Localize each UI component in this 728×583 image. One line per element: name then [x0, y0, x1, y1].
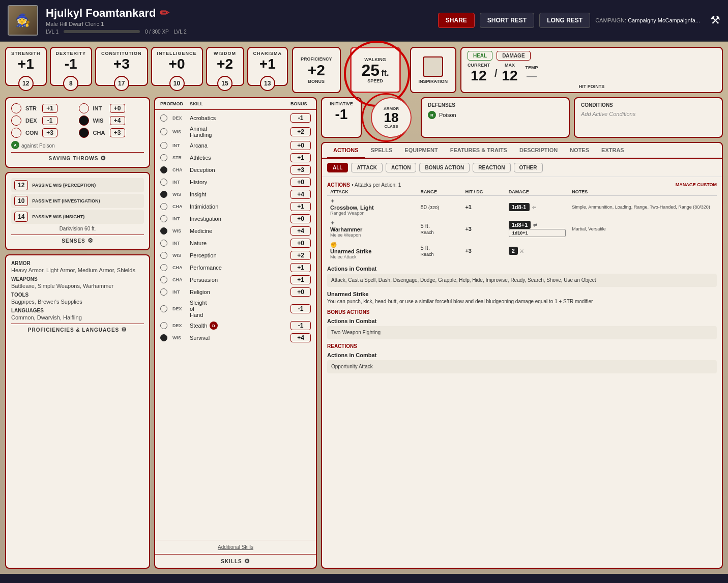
filter-reaction[interactable]: REACTION [473, 163, 510, 172]
armor-class-box: ARMOR 18 CLASS [371, 97, 412, 138]
skill-history-name: History [190, 179, 208, 185]
hp-slash: / [492, 68, 500, 79]
skill-sleight-of-hand[interactable]: DEX Sleight of Hand -1 [155, 298, 316, 319]
save-cha-abbr: CHA [93, 130, 106, 136]
ability-constitution[interactable]: CONSTITUTION +3 17 [95, 47, 148, 86]
reactions-combat-label: Actions in Combat [327, 352, 717, 358]
filter-action[interactable]: ACTION [386, 163, 416, 172]
warhammer-name-cell: ✦ Warhammer Melee Weapon [327, 218, 418, 240]
skill-nature-bonus: +0 [290, 239, 311, 248]
skill-performance-stat: CHA [172, 265, 188, 270]
ability-intelligence[interactable]: INTELLIGENCE +0 10 [151, 47, 203, 86]
filter-all[interactable]: ALL [327, 163, 348, 172]
conditions-box[interactable]: CONDITIONS Add Active Conditions [574, 97, 723, 138]
tab-notes[interactable]: NOTES [564, 143, 595, 159]
skill-nature[interactable]: INT Nature +0 [155, 237, 316, 249]
stats-row: STRENGTH +1 12 DEXTERITY -1 8 CONSTITUTI… [5, 47, 723, 93]
bonus-combat-text: Two-Weapon Fighting [327, 326, 717, 339]
hp-title: HIT POINTS [468, 84, 716, 89]
skill-acrobatics[interactable]: DEX Acrobatics -1 [155, 112, 316, 124]
skill-performance[interactable]: CHA Performance +1 [155, 261, 316, 274]
ability-wisdom[interactable]: WISDOM +2 15 [206, 47, 244, 86]
skill-intimidation-name: Intimidation [190, 203, 208, 210]
damage-button[interactable]: DAMAGE [497, 51, 530, 61]
skill-animal-handling-stat: WIS [172, 129, 188, 134]
skill-perception-name: Perception [190, 252, 208, 258]
skill-persuasion[interactable]: CHA Persuasion +1 [155, 274, 316, 286]
skill-athletics-name: Athletics [190, 155, 208, 161]
tab-actions[interactable]: ACTIONS [327, 143, 365, 159]
skill-athletics[interactable]: STR Athletics +1 [155, 152, 316, 164]
filter-other[interactable]: OTHER [514, 163, 543, 172]
skill-athletics-dot [160, 154, 167, 161]
skill-insight[interactable]: WIS Insight +4 [155, 188, 316, 200]
saving-throws-gear-icon[interactable]: ⚙ [100, 155, 106, 162]
tab-description[interactable]: DESCRIPTION [513, 143, 564, 159]
passives-list: 12 PASSIVE WIS (PERCEPTION) 10 PASSIVE I… [11, 178, 144, 224]
anvil-icon[interactable]: ⚒ [710, 14, 720, 27]
skill-arcana-dot [160, 142, 167, 149]
save-dex: DEX -1 [11, 115, 77, 126]
unarmed-icon: ✊ [330, 242, 337, 248]
speed-unit: ft. [381, 69, 389, 77]
skill-arcana[interactable]: INT Arcana +0 [155, 139, 316, 152]
share-button[interactable]: SHARE [438, 13, 475, 28]
skill-perception[interactable]: WIS Perception +2 [155, 249, 316, 261]
tab-extras[interactable]: EXTRAS [595, 143, 630, 159]
saving-throws-title: SAVING THROWS ⚙ [11, 152, 144, 162]
short-rest-button[interactable]: SHORT REST [480, 13, 534, 28]
skill-performance-dot [160, 264, 167, 271]
skills-list: DEX Acrobatics -1 WIS Animal Handling +2… [155, 110, 316, 540]
skill-performance-name: Performance [190, 265, 208, 271]
heal-button[interactable]: HEAL [468, 51, 492, 61]
skill-survival[interactable]: WIS Survival +4 [155, 332, 316, 344]
ability-strength[interactable]: STRENGTH +1 12 [5, 47, 47, 86]
skill-animal-handling-name: Animal Handling [190, 126, 208, 138]
add-condition-placeholder[interactable]: Add Active Conditions [581, 111, 716, 117]
unarmed-damage-icon: ⚔ [519, 248, 524, 254]
tab-equipment[interactable]: EQUIPMENT [398, 143, 444, 159]
save-int-val: +0 [110, 104, 125, 113]
attack-warhammer[interactable]: ✦ Warhammer Melee Weapon 5 ft.Reach +3 1… [327, 218, 717, 240]
attack-crossbow[interactable]: ✦ Crossbow, Light Ranged Weapon 80 (320)… [327, 196, 717, 218]
skills-gear-icon[interactable]: ⚙ [244, 558, 250, 565]
tab-features-traits[interactable]: FEATURES & TRAITS [444, 143, 513, 159]
tab-spells[interactable]: SPELLS [365, 143, 399, 159]
inspiration-label: INSPIRATION [419, 79, 448, 84]
senses-gear-icon[interactable]: ⚙ [88, 237, 94, 244]
crossbow-notes: Simple, Ammunition, Loading, Range, Two-… [569, 196, 717, 218]
skill-animal-handling[interactable]: WIS Animal Handling +2 [155, 124, 316, 139]
skill-medicine[interactable]: WIS Medicine +4 [155, 225, 316, 237]
skill-stealth[interactable]: DEX Stealth D -1 [155, 319, 316, 332]
skill-intimidation[interactable]: CHA Intimidation +1 [155, 200, 316, 213]
save-str-abbr: STR [25, 105, 38, 111]
manage-custom-btn[interactable]: MANAGE CUSTOM [676, 182, 717, 187]
ability-dexterity[interactable]: DEXTERITY -1 8 [50, 47, 93, 86]
proficiencies-gear-icon[interactable]: ⚙ [121, 326, 127, 333]
armor-class-container: ARMOR 18 CLASS [366, 97, 417, 138]
attack-unarmed[interactable]: ✊ Unarmed Strike Melee Attack 5 ft.Reach… [327, 240, 717, 261]
ability-charisma[interactable]: CHARISMA +1 13 [247, 47, 288, 86]
warhammer-range: 5 ft.Reach [418, 218, 462, 240]
filter-bonus-action[interactable]: BONUS ACTION [419, 163, 470, 172]
avatar[interactable]: 🧙 [8, 5, 38, 36]
skill-religion[interactable]: INT Religion +0 [155, 286, 316, 298]
passive-investigation-val: 10 [14, 196, 28, 206]
skill-deception[interactable]: CHA Deception +3 [155, 164, 316, 176]
save-wis-abbr: WIS [93, 118, 106, 124]
skill-intimidation-dot [160, 203, 167, 210]
skill-history[interactable]: INT History +0 [155, 176, 316, 188]
additional-skills-link[interactable]: Additional Skills [218, 544, 253, 550]
skill-investigation[interactable]: INT Investigation +0 [155, 213, 316, 225]
edit-name-icon[interactable]: ✏ [160, 7, 169, 20]
filter-attack[interactable]: ATTACK [351, 163, 383, 172]
hp-max-value: 12 [502, 68, 517, 84]
hp-values-row: CURRENT 12 / MAX 12 TEMP — [468, 63, 716, 84]
skill-survival-dot [160, 334, 167, 341]
inspiration-slot[interactable] [423, 56, 443, 77]
skill-insight-dot [160, 191, 167, 198]
unarmed-notes [569, 240, 717, 261]
long-rest-button[interactable]: LONG REST [539, 13, 590, 28]
skill-deception-dot [160, 166, 167, 173]
skill-stealth-badge: D [210, 322, 218, 330]
